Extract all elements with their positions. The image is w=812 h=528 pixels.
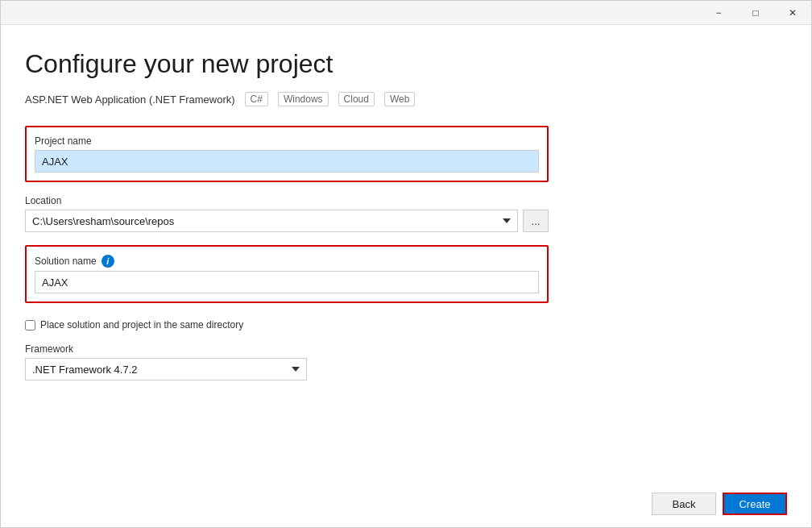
title-bar: − □ ✕ — [1, 1, 811, 25]
tag-web: Web — [384, 92, 415, 106]
same-directory-checkbox[interactable] — [25, 320, 35, 331]
page-title: Configure your new project — [25, 49, 787, 79]
solution-name-info-icon: i — [102, 255, 114, 268]
solution-name-label: Solution name i — [35, 255, 539, 268]
subtitle-text: ASP.NET Web Application (.NET Framework) — [25, 94, 235, 106]
solution-name-group: Solution name i — [25, 245, 549, 303]
solution-name-input[interactable] — [35, 271, 539, 293]
create-button[interactable]: Create — [723, 493, 787, 515]
framework-label: Framework — [25, 343, 549, 355]
location-row: C:\Users\resham\source\repos ... — [25, 210, 549, 232]
project-name-input[interactable] — [35, 150, 539, 173]
same-directory-label[interactable]: Place solution and project in the same d… — [40, 319, 243, 331]
minimize-button[interactable]: − — [700, 1, 737, 25]
main-window: − □ ✕ Configure your new project ASP.NET… — [0, 0, 812, 528]
subtitle-row: ASP.NET Web Application (.NET Framework)… — [25, 92, 787, 106]
browse-button[interactable]: ... — [523, 210, 549, 232]
tag-cloud: Cloud — [338, 92, 375, 106]
location-group: Location C:\Users\resham\source\repos ..… — [25, 195, 549, 232]
bottom-bar: Back Create — [1, 480, 811, 527]
maximize-button[interactable]: □ — [737, 1, 774, 25]
project-name-group: Project name — [25, 126, 549, 182]
project-name-label: Project name — [35, 135, 539, 147]
tag-windows: Windows — [278, 92, 329, 106]
framework-group: Framework .NET Framework 4.7.2 .NET Fram… — [25, 343, 549, 380]
framework-select[interactable]: .NET Framework 4.7.2 .NET Framework 4.8 … — [25, 358, 307, 380]
location-select[interactable]: C:\Users\resham\source\repos — [25, 210, 518, 232]
form-section: Project name Location C:\Users\resham\so… — [25, 126, 549, 380]
location-label: Location — [25, 195, 549, 206]
tag-csharp: C# — [245, 92, 268, 106]
close-button[interactable]: ✕ — [774, 1, 811, 25]
same-directory-row: Place solution and project in the same d… — [25, 319, 549, 331]
back-button[interactable]: Back — [652, 493, 716, 515]
main-content: Configure your new project ASP.NET Web A… — [1, 25, 811, 480]
